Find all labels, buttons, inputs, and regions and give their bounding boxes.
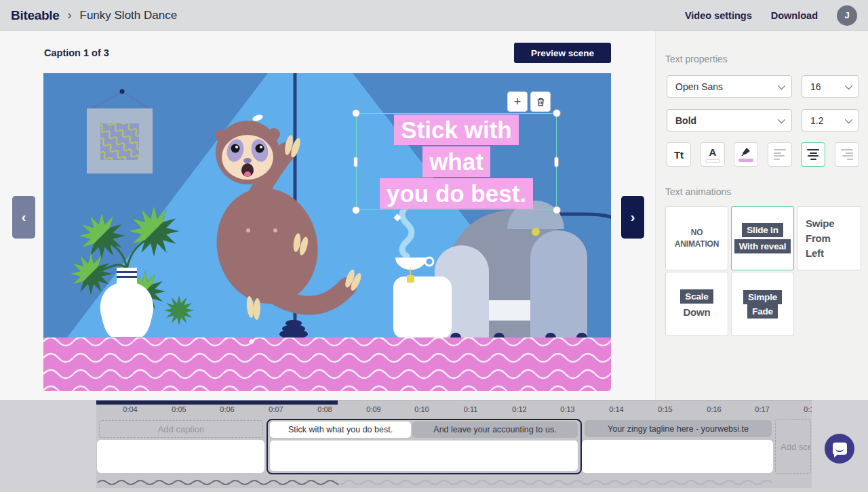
animation-card-no-animation[interactable]: NO ANIMATION xyxy=(665,206,728,270)
font-size-select[interactable]: 16 xyxy=(802,75,859,98)
font-family-select[interactable]: Open Sans xyxy=(667,75,792,98)
caption-block-3[interactable]: Your zingy tagline here - yourwebsi.te xyxy=(585,420,772,437)
line-height-value: 1.2 xyxy=(810,115,823,126)
font-family-value: Open Sans xyxy=(675,81,723,92)
animation-card-scale-down[interactable]: Scale Down xyxy=(665,272,728,336)
caption-block-1[interactable]: Stick with what you do best. xyxy=(270,422,411,438)
ruler-tick: 0:18 xyxy=(804,405,812,413)
chevron-down-icon xyxy=(845,81,852,89)
card-line: ANIMATION xyxy=(675,239,719,250)
align-right-icon xyxy=(841,149,853,160)
resize-handle-top-left[interactable] xyxy=(352,109,360,117)
card-line: With reveal xyxy=(734,239,791,253)
caption-counter: Caption 1 of 3 xyxy=(44,47,109,58)
resize-handle-left[interactable] xyxy=(353,157,358,167)
align-left-icon xyxy=(774,149,786,160)
plus-icon: + xyxy=(514,95,521,109)
top-bar: Biteable › Funky Sloth Dance Video setti… xyxy=(0,0,868,31)
resize-handle-bottom-right[interactable] xyxy=(553,206,561,214)
scene-2-selected-group[interactable]: Stick with what you do best. And leave y… xyxy=(267,419,582,474)
next-scene-button[interactable]: › xyxy=(621,196,644,239)
font-weight-value: Bold xyxy=(675,115,696,126)
font-size-value: 16 xyxy=(810,81,821,92)
ruler-tick: 0:07 xyxy=(269,405,283,413)
canvas-text-block[interactable]: Stick with what you do best. xyxy=(356,114,557,209)
ruler-tick: 0:13 xyxy=(560,405,574,413)
highlighter-icon xyxy=(741,147,751,157)
chat-bubble-icon xyxy=(833,443,847,455)
card-line: Slide in xyxy=(742,223,783,237)
ruler-tick: 0:11 xyxy=(464,405,478,413)
animation-card-slide-in-with-reveal[interactable]: Slide in With reveal xyxy=(731,206,794,270)
ruler-tick: 0:15 xyxy=(658,405,672,413)
scene-3-thumbnail[interactable] xyxy=(582,440,773,473)
playback-progress-bar xyxy=(96,401,338,405)
text-style-button[interactable]: Tt xyxy=(667,142,691,167)
canvas-text-line: Stick with xyxy=(394,115,518,145)
card-line: Scale xyxy=(680,289,713,304)
animation-card-simple-fade[interactable]: Simple Fade xyxy=(731,272,794,336)
timeline: Total time 0:18 ♫ 0:04 0:05 0:06 0:07 0:… xyxy=(0,400,868,492)
chevron-right-icon: › xyxy=(631,209,635,225)
highlight-color-swatch xyxy=(738,159,753,162)
ruler-tick: 0:04 xyxy=(123,405,137,413)
previous-scene-button[interactable]: ‹ xyxy=(12,196,35,239)
resize-handle-top-right[interactable] xyxy=(553,109,561,117)
ruler-tick: 0:16 xyxy=(707,405,721,413)
align-center-button[interactable] xyxy=(801,142,825,167)
text-style-icon: Tt xyxy=(674,150,684,160)
ruler-tick: 0:05 xyxy=(172,405,186,413)
trash-icon xyxy=(536,97,546,107)
delete-text-button[interactable] xyxy=(530,91,551,112)
align-left-button[interactable] xyxy=(768,142,792,167)
highlight-color-button[interactable] xyxy=(734,142,758,167)
card-line: Swipe xyxy=(806,216,834,231)
add-text-button[interactable]: + xyxy=(507,91,528,112)
ruler-tick: 0:12 xyxy=(512,405,526,413)
ruler-tick: 0:09 xyxy=(366,405,380,413)
font-weight-select[interactable]: Bold xyxy=(667,109,792,131)
caption-block-2[interactable]: And leave your accounting to us. xyxy=(412,422,578,438)
align-right-button[interactable] xyxy=(835,142,859,167)
ruler-tick: 0:17 xyxy=(755,405,769,413)
line-height-select[interactable]: 1.2 xyxy=(802,109,859,131)
font-color-icon: A xyxy=(709,147,717,157)
scene-2-thumbnail[interactable] xyxy=(270,440,578,471)
video-settings-link[interactable]: Video settings xyxy=(685,10,752,21)
animation-card-swipe-from-left[interactable]: Swipe From Left xyxy=(797,206,861,270)
chevron-down-icon xyxy=(778,115,785,123)
card-line: Simple xyxy=(743,290,782,304)
card-line: Left xyxy=(806,246,824,261)
download-link[interactable]: Download xyxy=(771,10,818,21)
floor xyxy=(43,337,611,391)
ruler-tick: 0:14 xyxy=(609,405,623,413)
text-properties-title: Text properties xyxy=(665,54,728,64)
card-line: From xyxy=(806,231,831,246)
audio-waveform xyxy=(96,476,781,488)
biteable-logo[interactable]: Biteable xyxy=(11,8,60,23)
card-line: Down xyxy=(683,305,710,320)
ruler-tick: 0:08 xyxy=(317,405,332,413)
text-animations-title: Text animations xyxy=(665,186,731,197)
resize-handle-bottom-left[interactable] xyxy=(352,206,360,214)
canvas-text-line: what xyxy=(422,146,490,177)
breadcrumb[interactable]: Funky Sloth Dance xyxy=(80,9,178,22)
preview-scene-button[interactable]: Preview scene xyxy=(514,43,611,63)
chevron-down-icon xyxy=(845,115,852,123)
intercom-chat-button[interactable] xyxy=(825,434,854,464)
canvas-text-line: you do best. xyxy=(380,178,533,209)
text-color-swatch xyxy=(705,159,720,163)
avatar[interactable]: J xyxy=(837,5,857,26)
ruler-tick: 0:10 xyxy=(414,405,429,413)
timeline-track-area[interactable]: 0:04 0:05 0:06 0:07 0:08 0:09 0:10 0:11 … xyxy=(96,400,812,488)
add-caption-button[interactable]: Add caption xyxy=(99,420,263,438)
resize-handle-right[interactable] xyxy=(554,157,559,167)
add-scene-button[interactable]: Add scene xyxy=(775,419,811,474)
card-line: NO xyxy=(691,227,703,239)
ruler-tick: 0:06 xyxy=(220,405,234,413)
scene-1-thumbnail[interactable] xyxy=(97,440,264,473)
text-color-button[interactable]: A xyxy=(701,142,725,167)
chevron-left-icon: ‹ xyxy=(22,209,26,225)
card-line: Fade xyxy=(747,304,778,319)
align-center-icon xyxy=(807,149,819,160)
